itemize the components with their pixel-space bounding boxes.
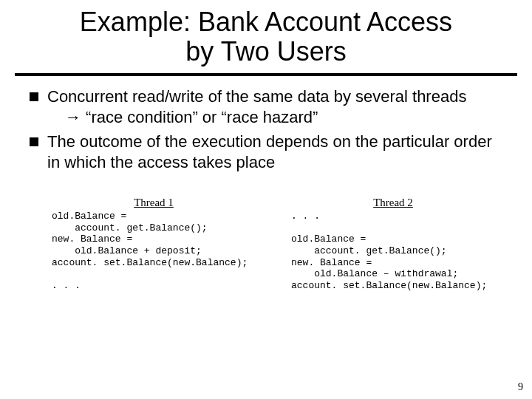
thread-1-column: Thread 1 old.Balance = account. get.Bala… <box>52 196 256 291</box>
thread-1-code: old.Balance = account. get.Balance(); ne… <box>52 211 256 291</box>
bullet-2-text: The outcome of the execution depends on … <box>47 132 502 172</box>
bullet-1: Concurrent read/write of the same data b… <box>30 86 502 127</box>
thread-2-column: Thread 2 . . . old.Balance = account. ge… <box>291 196 495 291</box>
thread-2-code: . . . old.Balance = account. get.Balance… <box>291 211 495 291</box>
slide-title: Example: Bank Account Access by Two User… <box>0 0 532 70</box>
threads-section: Thread 1 old.Balance = account. get.Bala… <box>0 177 532 291</box>
thread-2-header: Thread 2 <box>291 196 495 209</box>
bullet-1-main: Concurrent read/write of the same data b… <box>47 87 466 106</box>
bullet-marker-icon <box>30 137 38 146</box>
bullet-list: Concurrent read/write of the same data b… <box>0 86 532 172</box>
title-line-1: Example: Bank Account Access <box>80 7 452 37</box>
bullet-1-text: Concurrent read/write of the same data b… <box>47 86 502 127</box>
slide: Example: Bank Account Access by Two User… <box>0 0 532 399</box>
bullet-2-main: The outcome of the execution depends on … <box>47 132 492 171</box>
title-underline <box>15 73 517 76</box>
bullet-marker-icon <box>30 92 38 101</box>
thread-1-header: Thread 1 <box>52 196 256 209</box>
page-number: 9 <box>518 381 523 393</box>
bullet-1-sub: → “race condition” or “race hazard” <box>47 108 318 126</box>
title-line-2: by Two Users <box>185 36 346 66</box>
bullet-2: The outcome of the execution depends on … <box>30 132 502 172</box>
